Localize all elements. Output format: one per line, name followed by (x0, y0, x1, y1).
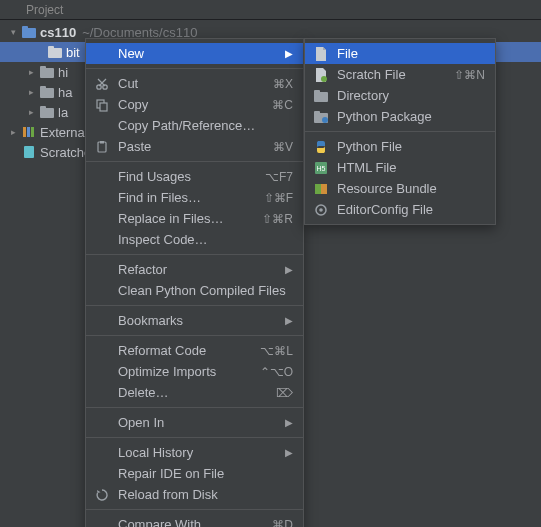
svg-rect-1 (22, 26, 28, 30)
submenu-editorconfig[interactable]: EditorConfig File (305, 199, 495, 220)
scratch-icon (22, 146, 36, 158)
submenu-html-file[interactable]: H5 HTML File (305, 157, 495, 178)
menu-reformat-code[interactable]: Reformat Code ⌥⌘L (86, 340, 303, 361)
folder-icon (48, 46, 62, 58)
menu-bookmarks[interactable]: Bookmarks ▶ (86, 310, 303, 331)
svg-rect-24 (314, 90, 320, 94)
menu-delete[interactable]: Delete… ⌦ (86, 382, 303, 403)
svg-rect-12 (31, 127, 34, 137)
tree-item-label: bit (66, 45, 80, 60)
menu-reload-disk[interactable]: Reload from Disk (86, 484, 303, 505)
separator (86, 335, 303, 336)
folder-icon (313, 88, 329, 104)
library-icon (22, 126, 36, 138)
chevron-right-icon: ▶ (285, 417, 293, 428)
svg-rect-21 (100, 141, 104, 144)
reload-icon (94, 487, 110, 503)
submenu-resource-bundle[interactable]: Resource Bundle (305, 178, 495, 199)
separator (305, 131, 495, 132)
chevron-right-icon: ▶ (285, 264, 293, 275)
separator (86, 509, 303, 510)
folder-icon (40, 66, 54, 78)
cut-icon (94, 76, 110, 92)
svg-rect-19 (100, 103, 107, 111)
html-file-icon: H5 (313, 160, 329, 176)
svg-rect-9 (40, 106, 46, 110)
menu-cut[interactable]: Cut ⌘X (86, 73, 303, 94)
svg-point-33 (319, 208, 323, 212)
menu-clean-pyc[interactable]: Clean Python Compiled Files (86, 280, 303, 301)
separator (86, 68, 303, 69)
submenu-scratch-file[interactable]: Scratch File ⇧⌘N (305, 64, 495, 85)
separator (86, 437, 303, 438)
file-icon (313, 46, 329, 62)
svg-rect-10 (23, 127, 26, 137)
chevron-right-icon: ▸ (26, 87, 36, 97)
separator (86, 161, 303, 162)
copy-icon (94, 97, 110, 113)
folder-icon (40, 86, 54, 98)
chevron-right-icon: ▶ (285, 48, 293, 59)
folder-icon (22, 26, 36, 38)
svg-rect-30 (315, 184, 321, 194)
chevron-right-icon: ▸ (26, 107, 36, 117)
menu-local-history[interactable]: Local History ▶ (86, 442, 303, 463)
svg-rect-11 (27, 127, 30, 137)
menu-inspect-code[interactable]: Inspect Code… (86, 229, 303, 250)
svg-point-27 (322, 117, 328, 123)
svg-text:H5: H5 (317, 165, 326, 172)
chevron-right-icon: ▸ (8, 127, 18, 137)
separator (86, 407, 303, 408)
svg-rect-26 (314, 111, 320, 115)
svg-rect-7 (40, 86, 46, 90)
submenu-python-package[interactable]: Python Package (305, 106, 495, 127)
submenu-directory[interactable]: Directory (305, 85, 495, 106)
project-label: Project (26, 3, 63, 17)
menu-open-in[interactable]: Open In ▶ (86, 412, 303, 433)
scratch-file-icon (313, 67, 329, 83)
menu-copy[interactable]: Copy ⌘C (86, 94, 303, 115)
menu-copy-path[interactable]: Copy Path/Reference… (86, 115, 303, 136)
menu-find-in-files[interactable]: Find in Files… ⇧⌘F (86, 187, 303, 208)
svg-point-22 (321, 76, 327, 82)
folder-icon (40, 106, 54, 118)
python-file-icon (313, 139, 329, 155)
menu-optimize-imports[interactable]: Optimize Imports ⌃⌥O (86, 361, 303, 382)
menu-find-usages[interactable]: Find Usages ⌥F7 (86, 166, 303, 187)
menu-compare-with[interactable]: Compare With… ⌘D (86, 514, 303, 527)
tree-item-label: la (58, 105, 68, 120)
svg-rect-31 (321, 184, 327, 194)
tree-item-label: ha (58, 85, 72, 100)
menu-replace-in-files[interactable]: Replace in Files… ⇧⌘R (86, 208, 303, 229)
svg-rect-3 (48, 46, 54, 50)
gear-icon (313, 202, 329, 218)
svg-rect-13 (24, 146, 34, 158)
menu-repair-ide[interactable]: Repair IDE on File (86, 463, 303, 484)
paste-icon (94, 139, 110, 155)
separator (86, 254, 303, 255)
chevron-right-icon: ▶ (285, 447, 293, 458)
chevron-down-icon: ▾ (8, 27, 18, 37)
separator (86, 305, 303, 306)
chevron-right-icon: ▶ (285, 315, 293, 326)
project-tool-window-header: Project (0, 0, 541, 20)
tree-root-name: cs110 (40, 25, 76, 40)
menu-paste[interactable]: Paste ⌘V (86, 136, 303, 157)
context-menu: New ▶ Cut ⌘X Copy ⌘C Copy Path/Reference… (85, 38, 304, 527)
chevron-right-icon: ▸ (26, 67, 36, 77)
submenu-python-file[interactable]: Python File (305, 136, 495, 157)
resource-bundle-icon (313, 181, 329, 197)
svg-rect-5 (40, 66, 46, 70)
python-package-icon (313, 109, 329, 125)
new-submenu: File Scratch File ⇧⌘N Directory Python P… (304, 38, 496, 225)
menu-new[interactable]: New ▶ (86, 43, 303, 64)
menu-refactor[interactable]: Refactor ▶ (86, 259, 303, 280)
submenu-file[interactable]: File (305, 43, 495, 64)
tree-item-label: hi (58, 65, 68, 80)
